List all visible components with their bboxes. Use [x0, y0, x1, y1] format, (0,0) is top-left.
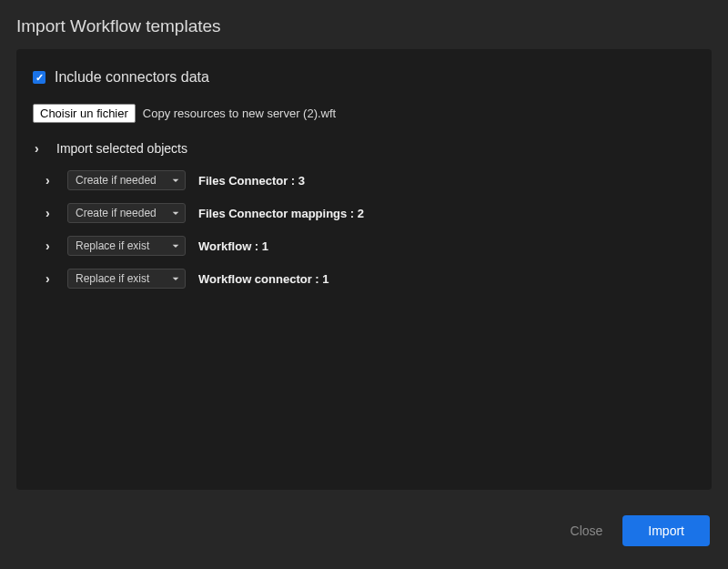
import-objects-section: › Import selected objects [33, 141, 695, 156]
dialog-header: Import Workflow templates [0, 0, 728, 49]
include-connectors-row: ✓ Include connectors data [33, 69, 695, 86]
action-select-workflow[interactable]: Create if needed Replace if exist [67, 236, 186, 256]
action-select-workflow-connector[interactable]: Create if needed Replace if exist [67, 269, 186, 289]
close-button[interactable]: Close [571, 523, 603, 538]
file-picker-row: Choisir un fichier Copy resources to new… [33, 104, 695, 123]
action-select-files-connector[interactable]: Create if needed Replace if exist [67, 170, 186, 190]
chevron-right-icon[interactable]: › [46, 271, 55, 286]
include-connectors-label: Include connectors data [55, 69, 209, 86]
chevron-right-icon[interactable]: › [46, 206, 55, 220]
action-select-files-connector-mappings[interactable]: Create if needed Replace if exist [67, 203, 186, 223]
dialog-footer: Close Import [0, 490, 728, 564]
import-button[interactable]: Import [622, 515, 710, 546]
dialog-title: Import Workflow templates [16, 16, 712, 36]
chevron-right-icon[interactable]: › [46, 239, 55, 253]
choose-file-button[interactable]: Choisir un fichier [33, 104, 136, 123]
chevron-right-icon[interactable]: › [46, 173, 55, 188]
object-list: › Create if needed Replace if exist File… [33, 170, 695, 289]
checkmark-icon: ✓ [35, 72, 44, 84]
object-row-files-connector-mappings: › Create if needed Replace if exist File… [46, 203, 695, 223]
object-row-workflow-connector: › Create if needed Replace if exist Work… [46, 269, 695, 289]
object-label: Files Connector : 3 [198, 174, 305, 188]
import-workflow-dialog: Import Workflow templates ✓ Include conn… [0, 0, 728, 569]
import-objects-label: Import selected objects [56, 141, 187, 156]
object-label: Workflow connector : 1 [198, 272, 329, 286]
object-label: Files Connector mappings : 2 [198, 207, 364, 220]
dialog-body: ✓ Include connectors data Choisir un fic… [16, 49, 712, 490]
chevron-right-icon[interactable]: › [35, 141, 44, 156]
object-label: Workflow : 1 [198, 239, 268, 253]
include-connectors-checkbox[interactable]: ✓ [33, 71, 46, 84]
selected-filename: Copy resources to new server (2).wft [143, 107, 336, 120]
object-row-workflow: › Create if needed Replace if exist Work… [46, 236, 695, 256]
object-row-files-connector: › Create if needed Replace if exist File… [46, 170, 695, 190]
